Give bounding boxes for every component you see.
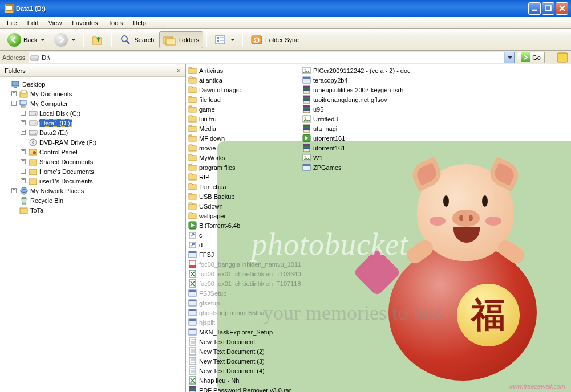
tree-localc[interactable]: Local Disk (C:): [39, 110, 80, 117]
expand-toggle[interactable]: +: [21, 159, 26, 164]
folder-tree[interactable]: Desktop +My Documents −My Computer +Loca…: [0, 77, 185, 392]
file-item[interactable]: FSJSetup: [188, 288, 302, 298]
foldersync-button[interactable]: Folder Sync: [246, 31, 303, 48]
back-button[interactable]: Back: [3, 31, 49, 48]
file-item[interactable]: file load: [188, 95, 302, 104]
expand-toggle[interactable]: +: [11, 91, 17, 96]
file-item[interactable]: Untitled3: [302, 114, 416, 124]
file-item[interactable]: teracopy2b4: [302, 75, 416, 85]
file-name: d: [199, 242, 203, 248]
norton-icon[interactable]: [556, 51, 569, 64]
expand-toggle[interactable]: +: [21, 130, 26, 135]
file-item[interactable]: New Text Document: [188, 337, 302, 346]
close-button[interactable]: [556, 2, 568, 15]
file-item[interactable]: wallpaper: [188, 211, 302, 220]
file-item[interactable]: foc00_ex01_chitietlinhkien_T107118: [188, 279, 302, 288]
file-item[interactable]: ghostsurfplatinum55trial: [188, 308, 302, 317]
file-item[interactable]: movie: [188, 143, 302, 153]
expand-toggle[interactable]: +: [21, 169, 26, 174]
menu-view[interactable]: View: [44, 18, 67, 27]
expand-toggle[interactable]: +: [11, 188, 17, 193]
file-item[interactable]: tuoitrenangdong.net gflsov: [302, 95, 416, 104]
file-list-pane[interactable]: 福 photobucket your memories to less www.…: [186, 64, 571, 392]
file-item[interactable]: game: [188, 104, 302, 114]
file-item[interactable]: ZPGames: [302, 162, 416, 172]
menu-file[interactable]: File: [2, 18, 22, 27]
file-name: PICer2009112242 - (ve a - 2) - doc: [313, 67, 411, 74]
up-button[interactable]: [87, 31, 108, 48]
minimize-button[interactable]: [528, 2, 541, 15]
expand-toggle[interactable]: +: [21, 149, 26, 154]
file-item[interactable]: PICer2009112242 - (ve a - 2) - doc: [302, 66, 416, 75]
file-item[interactable]: New Text Document (4): [188, 366, 302, 375]
maximize-button[interactable]: [542, 2, 554, 15]
expand-toggle[interactable]: −: [11, 101, 17, 106]
file-item[interactable]: BitTorrent-6.4b: [188, 220, 302, 230]
file-item[interactable]: foc00_ex01_chitietlinhkien_T103640: [188, 269, 302, 279]
tree-mycomputer[interactable]: My Computer: [30, 100, 68, 107]
file-item[interactable]: luu tru: [188, 114, 302, 124]
tree-recycle[interactable]: Recycle Bin: [30, 197, 63, 204]
file-item[interactable]: uta_nagi: [302, 124, 416, 133]
file-name: file load: [199, 96, 221, 103]
file-item[interactable]: utorrent161: [302, 133, 416, 143]
file-item[interactable]: utorrent161: [302, 143, 416, 153]
tree-data2[interactable]: Data2 (E:): [39, 129, 68, 136]
search-button[interactable]: Search: [115, 31, 158, 48]
file-item[interactable]: USB Backup: [188, 191, 302, 201]
tree-desktop[interactable]: Desktop: [22, 81, 45, 88]
expand-toggle[interactable]: +: [21, 178, 26, 183]
address-dropdown-button[interactable]: [504, 52, 514, 63]
menu-tools[interactable]: Tools: [104, 18, 128, 27]
tree-dvd[interactable]: DVD-RAM Drive (F:): [39, 139, 96, 146]
tree-netplaces[interactable]: My Network Places: [30, 187, 84, 194]
file-item[interactable]: d: [188, 240, 302, 250]
tree-shared[interactable]: Shared Documents: [39, 158, 93, 165]
file-item[interactable]: Nhap lieu - Nhi: [188, 375, 302, 385]
file-item[interactable]: MF down: [188, 133, 302, 143]
tree-homes[interactable]: Home's Documents: [39, 168, 94, 175]
forward-button[interactable]: [50, 31, 80, 48]
tree-mydocs[interactable]: My Documents: [30, 91, 72, 97]
file-item[interactable]: program files: [188, 162, 302, 172]
tree-user1[interactable]: user1's Documents: [39, 178, 93, 185]
folders-button[interactable]: Folders: [159, 31, 203, 48]
file-item[interactable]: atlantica: [188, 75, 302, 85]
folders-panel-close[interactable]: ×: [176, 66, 181, 75]
file-item[interactable]: Media: [188, 124, 302, 133]
file-item[interactable]: tuneup.utilities.2007.keygen-tsrh: [302, 85, 416, 95]
go-button[interactable]: Go: [517, 52, 545, 63]
file-item[interactable]: u95: [302, 104, 416, 114]
file-item[interactable]: hjsplit: [188, 317, 302, 327]
file-item[interactable]: foc00_banggialinhkien_namvu_1011: [188, 259, 302, 269]
tree-data1[interactable]: Data1 (D:): [39, 119, 72, 127]
file-item[interactable]: c: [188, 230, 302, 240]
file-item[interactable]: Dawn of magic: [188, 85, 302, 95]
file-item[interactable]: Antivirus: [188, 66, 302, 75]
file-name: Untitled3: [313, 116, 338, 122]
file-item[interactable]: MKN_TaskExplorer_Setup: [188, 327, 302, 337]
txt-icon: [188, 366, 197, 375]
file-item[interactable]: MyWorks: [188, 153, 302, 162]
file-item[interactable]: RIP: [188, 172, 302, 182]
menu-favorites[interactable]: Favorites: [67, 18, 102, 27]
file-item[interactable]: gfsetup: [188, 298, 302, 308]
views-button[interactable]: [210, 31, 239, 48]
tree-cpanel[interactable]: Control Panel: [39, 149, 78, 156]
menu-help[interactable]: Help: [128, 18, 151, 27]
file-item[interactable]: FFSJ: [188, 250, 302, 259]
expand-toggle[interactable]: +: [21, 111, 26, 116]
menu-edit[interactable]: Edit: [23, 18, 43, 27]
tree-total[interactable]: ToTal: [30, 207, 45, 214]
address-input[interactable]: D:\: [29, 52, 515, 63]
folder-icon: [188, 211, 197, 220]
file-item[interactable]: W1: [302, 153, 416, 162]
file-item[interactable]: PDF Password Remover v3.0.rar: [188, 385, 302, 392]
file-item[interactable]: Tam chua: [188, 182, 302, 191]
app-green-icon: [188, 221, 197, 230]
forward-dropdown-icon: [71, 39, 76, 41]
file-item[interactable]: New Text Document (3): [188, 356, 302, 366]
file-item[interactable]: New Text Document (2): [188, 346, 302, 356]
file-item[interactable]: USdown: [188, 201, 302, 211]
expand-toggle[interactable]: +: [21, 120, 26, 125]
